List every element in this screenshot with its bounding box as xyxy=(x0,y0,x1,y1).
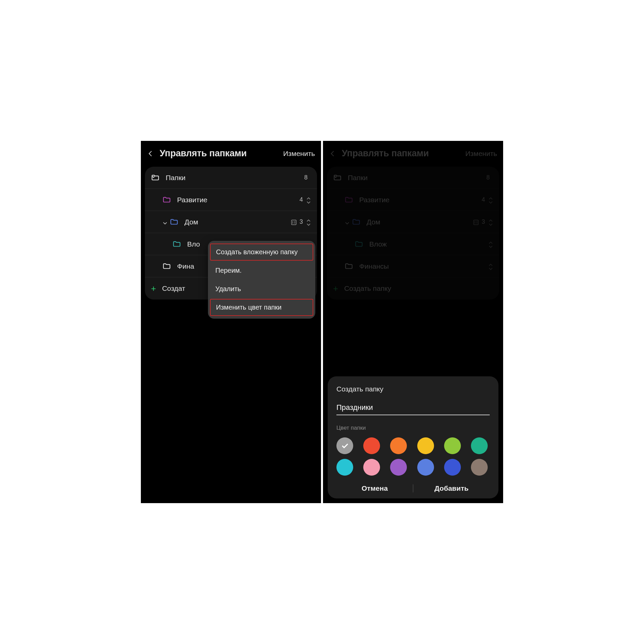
folder-name-input[interactable] xyxy=(336,403,490,412)
ctx-rename[interactable]: Переим. xyxy=(208,261,315,280)
color-swatch[interactable] xyxy=(471,459,488,476)
folder-label: Финансы xyxy=(359,262,488,270)
folder-label: Влож xyxy=(369,240,488,248)
page-title: Управлять папками xyxy=(160,148,278,159)
back-icon[interactable] xyxy=(147,150,154,157)
header: Управлять папками Изменить xyxy=(323,141,503,163)
color-swatch[interactable] xyxy=(444,437,461,454)
color-swatch[interactable] xyxy=(336,437,353,454)
color-swatch[interactable] xyxy=(417,459,434,476)
color-swatch[interactable] xyxy=(363,459,380,476)
cancel-button[interactable]: Отмена xyxy=(336,484,413,492)
color-swatch[interactable] xyxy=(444,459,461,476)
create-folder-sheet: Создать папку Цвет папки Отмена Добавить xyxy=(328,376,498,498)
folder-icon xyxy=(172,240,181,249)
plus-icon: + xyxy=(333,283,338,294)
ctx-delete[interactable]: Удалить xyxy=(208,280,315,298)
folder-name-input-wrap xyxy=(336,403,490,415)
color-swatch[interactable] xyxy=(390,437,407,454)
folder-count: 3 xyxy=(482,218,485,225)
folder-label: Развитие xyxy=(177,196,300,204)
page-title: Управлять папками xyxy=(342,148,460,159)
create-folder-label: Создат xyxy=(162,284,185,292)
folder-count: 8 xyxy=(304,174,308,181)
sync-icon xyxy=(291,219,297,225)
chevron-down-icon[interactable] xyxy=(162,219,168,225)
folder-icon xyxy=(355,240,363,249)
folder-fin[interactable]: Финансы xyxy=(327,255,499,277)
divider-dots xyxy=(371,428,490,428)
reorder-icon[interactable] xyxy=(306,219,311,225)
svg-rect-0 xyxy=(291,220,296,225)
reorder-icon[interactable] xyxy=(488,219,493,225)
sheet-title: Создать папку xyxy=(336,385,490,393)
folder-label: Развитие xyxy=(359,196,482,204)
back-icon[interactable] xyxy=(329,150,336,157)
sheet-buttons: Отмена Добавить xyxy=(336,482,490,492)
color-section-header: Цвет папки xyxy=(336,425,490,431)
color-swatch[interactable] xyxy=(336,459,353,476)
reorder-icon[interactable] xyxy=(488,241,493,248)
folder-count: 4 xyxy=(300,196,303,203)
reorder-icon[interactable] xyxy=(306,197,311,203)
folder-dev[interactable]: Развитие 4 xyxy=(145,189,317,211)
folder-sub[interactable]: Влож xyxy=(327,233,499,255)
folder-home[interactable]: Дом 3 xyxy=(327,211,499,233)
create-folder-label: Создать папку xyxy=(344,284,391,292)
reorder-icon[interactable] xyxy=(488,263,493,270)
create-folder-row[interactable]: + Создать папку xyxy=(327,277,499,300)
folder-icon xyxy=(344,196,353,204)
color-swatch[interactable] xyxy=(417,437,434,454)
folder-icon xyxy=(170,218,178,226)
add-button[interactable]: Добавить xyxy=(413,484,490,492)
folder-icon xyxy=(344,262,353,271)
phone-left: Управлять папками Изменить Папки 8 Разви… xyxy=(141,141,321,503)
phone-right: Управлять папками Изменить Папки 8 Разви… xyxy=(323,141,503,503)
chevron-down-icon[interactable] xyxy=(344,219,350,225)
folder-icon xyxy=(162,196,171,204)
folder-label: Дом xyxy=(367,218,473,226)
folder-dev[interactable]: Развитие 4 xyxy=(327,189,499,211)
sync-icon xyxy=(473,219,479,225)
folder-icon xyxy=(162,262,171,271)
context-menu: Создать вложенную папку Переим. Удалить … xyxy=(208,241,315,319)
plus-icon: + xyxy=(151,283,156,294)
color-swatch[interactable] xyxy=(363,437,380,454)
folder-root[interactable]: Папки 8 xyxy=(327,167,499,189)
folder-panel: Папки 8 Развитие 4 Дом 3 Влож xyxy=(327,167,499,300)
folder-icon xyxy=(352,218,361,226)
svg-rect-1 xyxy=(474,220,478,225)
ctx-recolor[interactable]: Изменить цвет папки xyxy=(210,299,313,316)
root-folder-icon xyxy=(333,173,342,182)
header: Управлять папками Изменить xyxy=(141,141,321,163)
root-folder-icon xyxy=(151,173,160,182)
folder-label: Дом xyxy=(184,218,291,226)
folder-count: 3 xyxy=(300,218,303,225)
folder-label: Папки xyxy=(348,174,486,182)
color-section-label: Цвет папки xyxy=(336,425,366,431)
color-swatch[interactable] xyxy=(390,459,407,476)
folder-label: Папки xyxy=(166,174,304,182)
folder-count: 8 xyxy=(486,174,490,181)
reorder-icon[interactable] xyxy=(488,197,493,203)
folder-count: 4 xyxy=(482,196,485,203)
ctx-create-subfolder[interactable]: Создать вложенную папку xyxy=(210,244,313,261)
edit-button[interactable]: Изменить xyxy=(465,150,497,158)
edit-button[interactable]: Изменить xyxy=(283,150,315,158)
folder-root[interactable]: Папки 8 xyxy=(145,167,317,189)
color-swatch[interactable] xyxy=(471,437,488,454)
folder-home[interactable]: Дом 3 xyxy=(145,211,317,233)
color-swatches xyxy=(336,437,490,476)
